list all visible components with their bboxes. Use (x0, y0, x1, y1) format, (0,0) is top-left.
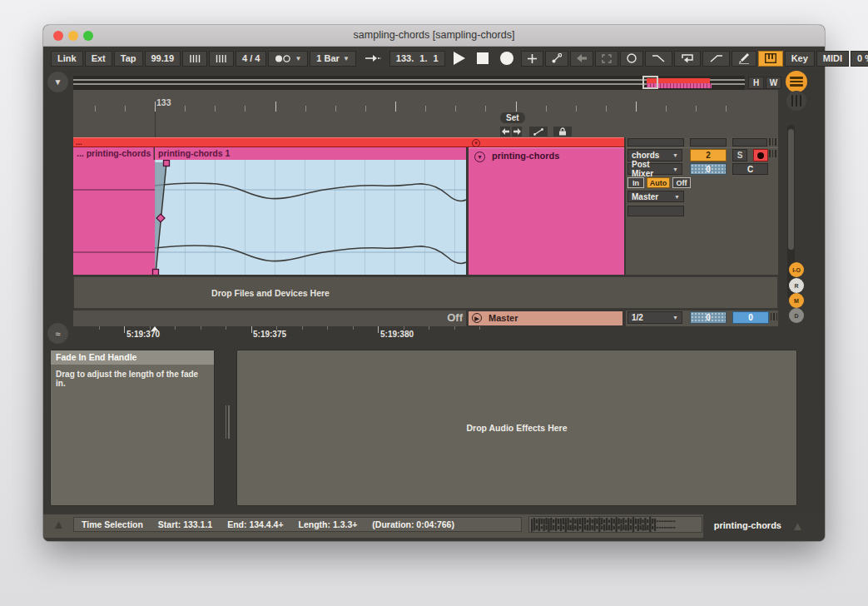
computer-midi-keyboard-button[interactable] (758, 51, 783, 67)
fade-tool-button[interactable] (529, 127, 548, 137)
red-clip-label: ... (76, 138, 82, 147)
midi-map-button[interactable]: MIDI (816, 51, 849, 67)
monitor-auto-button[interactable]: Auto (647, 177, 670, 188)
fade-in-handle-group[interactable] (153, 161, 170, 276)
arrangement-overview[interactable] (73, 76, 745, 90)
optimize-height-button[interactable]: H (748, 77, 764, 89)
record-button[interactable] (500, 52, 513, 65)
groove-pool-button[interactable]: ≈ (47, 323, 68, 344)
master-pan-knob[interactable]: 0 (690, 311, 727, 324)
cue-out-chooser[interactable]: 1/2▼ (627, 311, 682, 324)
clip-waveform-thumbnail[interactable] (528, 516, 702, 533)
loop-switch-button[interactable] (620, 51, 643, 67)
red-track-solo-box[interactable] (732, 138, 767, 147)
quantization-chooser[interactable]: 1 Bar▼ (310, 51, 355, 67)
play-button[interactable] (453, 52, 465, 65)
master-lane[interactable]: Off (73, 310, 466, 326)
new-button[interactable] (521, 51, 543, 67)
clip-title-current[interactable]: printing-chords 1 (155, 147, 466, 160)
sub-routing-chooser[interactable]: Post Mixer▼ (627, 163, 682, 175)
link-button[interactable]: Link (51, 51, 83, 67)
draw-mode-button[interactable] (732, 51, 756, 67)
triangle-down-icon: ▼ (54, 77, 62, 87)
close-arrangement-overview-button[interactable]: ▼ (47, 72, 68, 92)
monitor-off-button[interactable]: Off (672, 177, 691, 188)
tap-tempo-button[interactable]: Tap (114, 51, 143, 67)
overview-view-selector[interactable] (642, 76, 658, 89)
play-icon (453, 52, 465, 65)
time-signature-field[interactable]: 4 / 4 (236, 51, 266, 67)
re-enable-automation-button[interactable] (570, 51, 593, 67)
nudge-up-button[interactable] (209, 51, 234, 67)
selection-type: Time Selection (82, 519, 143, 529)
loop-region-button[interactable] (674, 51, 701, 67)
track-row-red[interactable]: ... ▼ (73, 137, 778, 147)
stop-button[interactable] (477, 52, 489, 64)
key-map-button[interactable]: Key (785, 51, 815, 67)
empty-chooser-box[interactable] (627, 206, 684, 216)
chevron-down-icon: ▼ (672, 166, 678, 172)
panel-resize-grip[interactable] (226, 405, 230, 439)
unfold-track-icon[interactable]: ▼ (472, 139, 480, 147)
app-window: sampling-chords [sampling-chords] Link E… (43, 25, 825, 541)
red-track-routing-box[interactable] (627, 138, 684, 147)
track-level-field[interactable]: 2 (690, 149, 727, 161)
arm-record-button[interactable] (753, 149, 768, 161)
scrollbar-thumb[interactable] (788, 129, 794, 250)
fade-in-icon (709, 54, 723, 62)
time-label: 5:19:375 (253, 330, 286, 339)
show-returns-toggle[interactable]: R (789, 278, 804, 293)
master-volume-field[interactable]: 0 (732, 311, 769, 324)
show-detail-view-toggle[interactable]: ▲ (791, 519, 804, 533)
clip-title-previous[interactable]: ... printing-chords 1 (73, 147, 154, 160)
back-arrow-icon (577, 54, 587, 62)
automation-mode-button[interactable] (545, 51, 568, 67)
beat-time-ruler[interactable]: 133 (73, 90, 778, 137)
arrangement-view-selector[interactable] (786, 71, 807, 92)
ext-button[interactable]: Ext (85, 51, 112, 67)
time-ruler[interactable]: 5:19:370 5:19:375 5:19:380 (73, 326, 778, 340)
fade-in-end-handle[interactable] (164, 161, 170, 166)
fade-out-button[interactable] (645, 51, 672, 67)
pan-knob[interactable]: 0 (690, 163, 727, 175)
tempo-field[interactable]: 99.19 (145, 51, 181, 67)
session-view-selector[interactable] (786, 91, 806, 111)
nudge-bars-icon (189, 54, 201, 63)
optimize-width-button[interactable]: W (766, 77, 781, 89)
arrow-right-icon (513, 128, 521, 135)
clip-lane[interactable]: ... printing-chords 1 printing-chords 1 (73, 147, 466, 275)
groove-amount-chooser[interactable]: ▼ (268, 51, 308, 67)
punch-out-button[interactable] (512, 127, 522, 137)
arrangement-position-field[interactable]: 133. 1. 1 (389, 51, 445, 67)
follow-button[interactable] (358, 51, 388, 67)
arrangement-panel: H W 133 Set (73, 70, 782, 345)
master-track-header[interactable]: ▶ Master (469, 311, 622, 325)
fade-in-button[interactable] (702, 51, 730, 67)
track-header[interactable]: ▼ printing-chords (469, 147, 624, 275)
nudge-down-button[interactable] (182, 51, 207, 67)
drop-files-zone[interactable]: Drop Files and Devices Here (73, 276, 778, 309)
punch-in-button[interactable] (500, 127, 510, 137)
chevron-down-icon: ▼ (295, 55, 301, 62)
red-track-level-box[interactable] (690, 138, 727, 147)
crossfade-assign-button[interactable]: C (732, 163, 768, 175)
show-io-toggle[interactable]: I-O (789, 262, 804, 277)
fade-in-start-handle[interactable] (153, 270, 159, 276)
status-bar: ▲ Time Selection Start: 133.1.1 End: 134… (43, 513, 825, 541)
track-resize-grip[interactable] (771, 313, 778, 320)
red-clip[interactable]: ... ▼ (73, 137, 624, 147)
monitor-in-button[interactable]: In (627, 177, 644, 188)
track-resize-grip[interactable] (769, 150, 776, 157)
track-resize-grip[interactable] (769, 138, 776, 146)
show-delay-toggle[interactable]: D (789, 308, 804, 323)
lock-envelopes-button[interactable] (553, 127, 572, 137)
solo-button[interactable]: S (732, 149, 747, 161)
set-loop-button[interactable]: Set (500, 112, 525, 123)
device-drop-area[interactable]: Drop Audio Effects Here (236, 350, 797, 506)
session-record-brackets-button[interactable] (595, 51, 618, 67)
show-info-view-toggle[interactable]: ▲ (52, 517, 65, 532)
unfold-track-icon[interactable]: ▼ (474, 152, 485, 162)
show-mixer-toggle[interactable]: M (789, 293, 804, 308)
track-name[interactable]: printing-chords (492, 151, 559, 161)
output-chooser[interactable]: Master▼ (627, 191, 684, 202)
